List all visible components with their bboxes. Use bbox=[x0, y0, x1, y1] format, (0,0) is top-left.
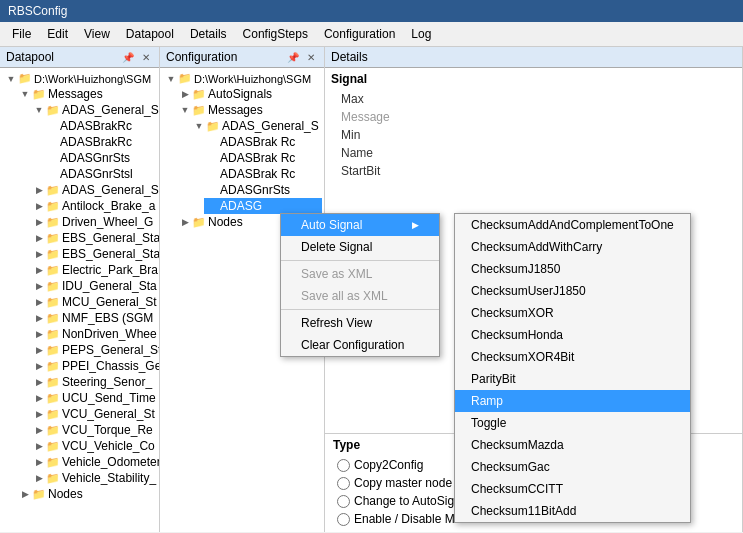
sub-paritybit[interactable]: ParityBit bbox=[455, 368, 690, 390]
ctx-delete-signal-label: Delete Signal bbox=[301, 240, 372, 254]
ctx-auto-signal-label: Auto Signal bbox=[301, 218, 362, 232]
ctx-sep1 bbox=[281, 260, 439, 261]
ctx-refresh-view-label: Refresh View bbox=[301, 316, 372, 330]
context-menu: Auto Signal ▶ Delete Signal Save as XML … bbox=[280, 213, 440, 357]
sub-checksum-honda[interactable]: ChecksumHonda bbox=[455, 324, 690, 346]
sub-checksum-ccitt[interactable]: ChecksumCCITT bbox=[455, 478, 690, 500]
menu-configsteps[interactable]: ConfigSteps bbox=[235, 24, 316, 44]
ctx-delete-signal[interactable]: Delete Signal bbox=[281, 236, 439, 258]
sub-ramp[interactable]: Ramp bbox=[455, 390, 690, 412]
ctx-clear-config-label: Clear Configuration bbox=[301, 338, 404, 352]
ctx-clear-config[interactable]: Clear Configuration bbox=[281, 334, 439, 356]
menu-view[interactable]: View bbox=[76, 24, 118, 44]
menu-bar: File Edit View Datapool Details ConfigSt… bbox=[0, 22, 743, 47]
context-menu-overlay: Auto Signal ▶ Delete Signal Save as XML … bbox=[0, 47, 743, 532]
ctx-sep2 bbox=[281, 309, 439, 310]
sub-checksum-add-carry[interactable]: ChecksumAddWithCarry bbox=[455, 236, 690, 258]
ctx-save-xml: Save as XML bbox=[281, 263, 439, 285]
sub-checksum-11bitadd[interactable]: Checksum11BitAdd bbox=[455, 500, 690, 522]
menu-log[interactable]: Log bbox=[403, 24, 439, 44]
title-bar: RBSConfig bbox=[0, 0, 743, 22]
menu-edit[interactable]: Edit bbox=[39, 24, 76, 44]
sub-checksum-user-j1850[interactable]: ChecksumUserJ1850 bbox=[455, 280, 690, 302]
menu-configuration[interactable]: Configuration bbox=[316, 24, 403, 44]
sub-checksum-mazda[interactable]: ChecksumMazda bbox=[455, 434, 690, 456]
sub-checksum-add-complement[interactable]: ChecksumAddAndComplementToOne bbox=[455, 214, 690, 236]
sub-checksum-j1850[interactable]: ChecksumJ1850 bbox=[455, 258, 690, 280]
title-text: RBSConfig bbox=[8, 4, 67, 18]
ctx-save-all-xml-label: Save all as XML bbox=[301, 289, 388, 303]
sub-toggle[interactable]: Toggle bbox=[455, 412, 690, 434]
menu-file[interactable]: File bbox=[4, 24, 39, 44]
menu-datapool[interactable]: Datapool bbox=[118, 24, 182, 44]
menu-details[interactable]: Details bbox=[182, 24, 235, 44]
ctx-save-xml-label: Save as XML bbox=[301, 267, 372, 281]
ctx-auto-signal-arrow: ▶ bbox=[412, 220, 419, 230]
sub-checksum-xor4bit[interactable]: ChecksumXOR4Bit bbox=[455, 346, 690, 368]
ctx-auto-signal[interactable]: Auto Signal ▶ bbox=[281, 214, 439, 236]
sub-checksum-xor[interactable]: ChecksumXOR bbox=[455, 302, 690, 324]
ctx-refresh-view[interactable]: Refresh View bbox=[281, 312, 439, 334]
ctx-save-all-xml: Save all as XML bbox=[281, 285, 439, 307]
sub-context-menu: ChecksumAddAndComplementToOne ChecksumAd… bbox=[454, 213, 691, 523]
sub-checksum-gac[interactable]: ChecksumGac bbox=[455, 456, 690, 478]
